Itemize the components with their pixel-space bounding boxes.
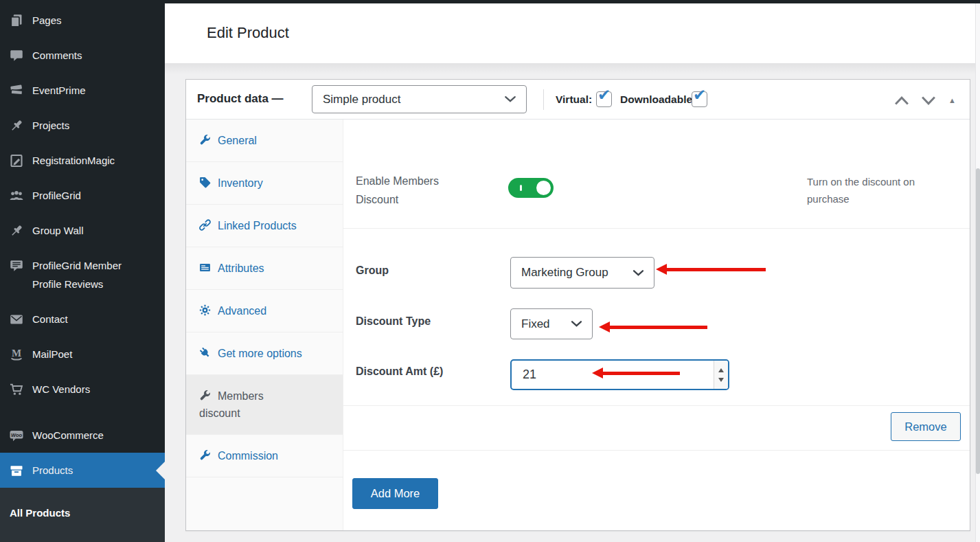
page-title: Edit Product: [207, 24, 289, 42]
sidebar-menu: PagesCommentsEventPrimeProjectsRegistrat…: [0, 0, 165, 488]
tab-linked-products[interactable]: Linked Products: [186, 205, 343, 247]
content-area: Product data — Simple product Virtual: ✔…: [165, 63, 980, 542]
pin-icon: [10, 119, 23, 133]
group-select[interactable]: Marketing Group: [510, 257, 654, 289]
spinner-down-button[interactable]: [714, 375, 728, 389]
pages-icon: [10, 14, 23, 27]
chevron-down-icon: [633, 270, 643, 276]
tab-inventory[interactable]: Inventory: [186, 162, 343, 205]
attributes-icon: [199, 262, 218, 274]
header-divider: [543, 89, 544, 110]
tab-commission[interactable]: Commission: [186, 435, 343, 477]
sidebar-item-mailpoet[interactable]: MMailPoet: [0, 337, 165, 372]
sidebar-item-all-products[interactable]: All Products: [0, 499, 165, 526]
wrench-icon: [199, 450, 218, 462]
sidebar-item-comments[interactable]: Comments: [0, 38, 165, 73]
collapse-toggle-icon[interactable]: ▲: [948, 96, 956, 104]
tag-icon: [199, 177, 218, 189]
sidebar-item-products[interactable]: Products: [0, 453, 165, 488]
group-label: Group: [356, 264, 389, 277]
product-type-value: Simple product: [323, 93, 400, 106]
spinner-up-button[interactable]: [714, 361, 728, 375]
add-more-button[interactable]: Add More: [352, 478, 438, 509]
plug-icon: [199, 348, 218, 359]
scrollbar[interactable]: [975, 3, 980, 542]
scrollbar-thumb[interactable]: [976, 168, 980, 474]
downloadable-checkbox[interactable]: ✔: [692, 91, 707, 107]
move-down-icon[interactable]: [922, 95, 935, 104]
registrationmagic-icon: [10, 154, 23, 168]
sidebar-item-label: Pages: [32, 11, 62, 30]
enable-members-discount-toggle[interactable]: [508, 178, 554, 198]
discount-type-value: Fixed: [521, 317, 550, 331]
chevron-down-icon: [571, 321, 582, 327]
admin-top-bar: [165, 0, 980, 3]
sidebar-item-wc-vendors[interactable]: WC Vendors: [0, 372, 165, 407]
discount-hint-text: Turn on the discount on purchase: [807, 173, 944, 207]
separator: [343, 405, 970, 406]
tab-label: Attributes: [218, 262, 264, 274]
sidebar-item-woocommerce[interactable]: WooWooCommerce: [0, 418, 165, 453]
discount-type-select[interactable]: Fixed: [510, 308, 593, 339]
sidebar-item-label: Group Wall: [32, 221, 83, 240]
arrow-shaft: [666, 268, 766, 271]
pin-icon: [10, 224, 23, 238]
virtual-checkbox[interactable]: ✔: [596, 91, 612, 107]
sidebar-item-label: Products: [32, 461, 73, 479]
product-type-select[interactable]: Simple product: [312, 85, 527, 113]
remove-button[interactable]: Remove: [891, 412, 961, 441]
members-discount-panel: Enable Members Discount Turn on the disc…: [343, 120, 970, 530]
wrench-icon: [199, 135, 218, 146]
sidebar-item-profilegrid-reviews[interactable]: ProfileGrid Member Profile Reviews: [0, 248, 165, 302]
discount-type-label: Discount Type: [356, 315, 431, 328]
product-data-body: GeneralInventoryLinked ProductsAttribute…: [186, 120, 970, 530]
link-icon: [199, 220, 218, 232]
tab-get-more-options[interactable]: Get more options: [186, 332, 343, 375]
wrench-icon: [199, 390, 218, 402]
sidebar-item-label: EventPrime: [32, 81, 86, 100]
sidebar-item-label: WC Vendors: [32, 380, 90, 398]
svg-text:M: M: [12, 348, 21, 359]
sidebar-item-group-wall[interactable]: Group Wall: [0, 213, 165, 248]
move-up-icon[interactable]: [895, 95, 909, 104]
chevron-down-icon: [505, 96, 516, 102]
sidebar-item-eventprime[interactable]: EventPrime: [0, 73, 165, 108]
sidebar-item-profilegrid[interactable]: ProfileGrid: [0, 178, 165, 213]
tab-attributes[interactable]: Attributes: [186, 247, 343, 290]
separator: [343, 450, 970, 451]
tab-label: Get more options: [218, 348, 302, 359]
sidebar-item-registrationmagic[interactable]: RegistrationMagic: [0, 143, 165, 178]
arrow-shaft: [602, 372, 680, 375]
discount-amount-value: 21: [512, 368, 536, 382]
sidebar-item-label: Comments: [32, 46, 82, 65]
sidebar-item-contact[interactable]: Contact: [0, 302, 165, 337]
downloadable-label: Downloadable:: [620, 93, 696, 106]
product-data-header: Product data — Simple product Virtual: ✔…: [186, 80, 970, 120]
red-arrow-discount-type: [599, 321, 707, 333]
main-area: Edit Product Product data — Simple produ…: [165, 0, 980, 542]
testimonial-icon: [10, 259, 23, 273]
sidebar-item-projects[interactable]: Projects: [0, 108, 165, 143]
product-data-title: Product data —: [197, 92, 284, 106]
tab-advanced[interactable]: Advanced: [186, 290, 343, 332]
sidebar-item-pages[interactable]: Pages: [0, 3, 165, 38]
tab-general[interactable]: General: [186, 120, 343, 162]
red-arrow-group: [656, 264, 766, 275]
check-icon: ✔: [693, 87, 706, 103]
group-select-value: Marketing Group: [521, 266, 608, 280]
sidebar-item-label: Contact: [32, 310, 68, 328]
check-icon: ✔: [597, 87, 611, 103]
tab-members-discount[interactable]: Members discount: [186, 375, 343, 435]
product-data-metabox: Product data — Simple product Virtual: ✔…: [185, 79, 970, 531]
arrow-shaft: [609, 326, 707, 329]
woocommerce-icon: Woo: [10, 429, 23, 442]
sidebar-item-label: WooCommerce: [32, 426, 104, 444]
number-spinner: [714, 361, 728, 389]
products-icon: [10, 464, 23, 477]
eventprime-icon: [10, 84, 23, 98]
comments-icon: [10, 49, 23, 63]
email-icon: [10, 313, 23, 326]
sidebar-item-label: All Products: [10, 504, 70, 522]
page-header: Edit Product: [165, 3, 980, 63]
toggle-knob: [536, 181, 551, 195]
